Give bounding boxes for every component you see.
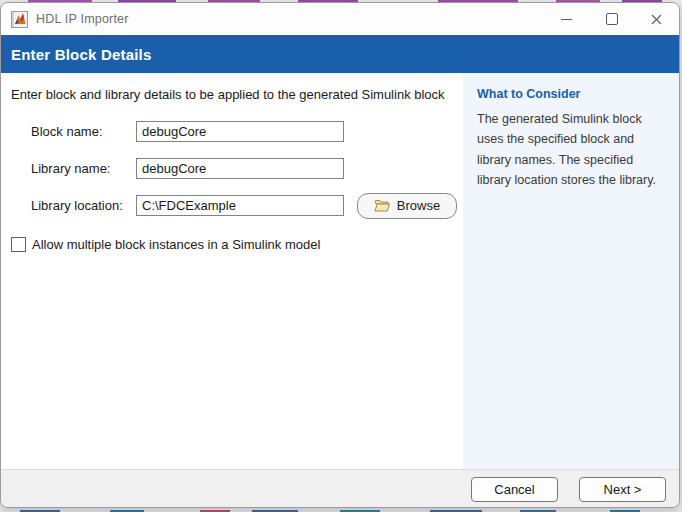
window-controls	[544, 3, 679, 35]
library-name-row: Library name:	[1, 157, 463, 180]
cancel-button[interactable]: Cancel	[471, 477, 558, 502]
form-panel: Enter block and library details to be ap…	[1, 73, 463, 469]
library-location-row: Library location: Browse	[1, 194, 463, 217]
help-text: The generated Simulink block uses the sp…	[477, 109, 665, 190]
content-area: Enter block and library details to be ap…	[1, 73, 679, 469]
next-button[interactable]: Next >	[579, 477, 666, 502]
block-details-form: Block name: Library name: Library locati…	[1, 120, 463, 217]
minimize-button[interactable]	[544, 3, 589, 35]
block-name-label: Block name:	[31, 124, 136, 139]
help-sidebar: What to Consider The generated Simulink …	[463, 73, 679, 469]
help-heading: What to Consider	[477, 87, 665, 101]
library-name-label: Library name:	[31, 161, 136, 176]
instruction-text: Enter block and library details to be ap…	[11, 87, 455, 102]
matlab-app-icon	[11, 11, 28, 28]
multiple-instances-label: Allow multiple block instances in a Simu…	[32, 237, 320, 252]
desktop-artifact-bottom	[0, 508, 682, 512]
minimize-icon	[561, 19, 572, 20]
block-name-input[interactable]	[136, 121, 344, 142]
footer-bar: Cancel Next >	[1, 469, 679, 508]
library-location-label: Library location:	[31, 198, 136, 213]
library-location-input[interactable]	[136, 195, 344, 216]
window-title: HDL IP Importer	[36, 12, 129, 26]
multiple-instances-checkbox[interactable]	[11, 237, 26, 252]
titlebar: HDL IP Importer	[1, 3, 679, 35]
block-name-row: Block name:	[1, 120, 463, 143]
maximize-icon	[606, 13, 618, 25]
browse-button[interactable]: Browse	[357, 193, 457, 219]
browse-button-label: Browse	[397, 198, 440, 213]
multiple-instances-row: Allow multiple block instances in a Simu…	[11, 237, 463, 252]
maximize-button[interactable]	[589, 3, 634, 35]
library-name-input[interactable]	[136, 158, 344, 179]
hdl-ip-importer-window: HDL IP Importer Enter Block Details Ente…	[0, 2, 680, 508]
close-button[interactable]	[634, 3, 679, 35]
page-title: Enter Block Details	[1, 35, 679, 73]
folder-icon	[374, 199, 390, 212]
close-icon	[651, 14, 662, 25]
